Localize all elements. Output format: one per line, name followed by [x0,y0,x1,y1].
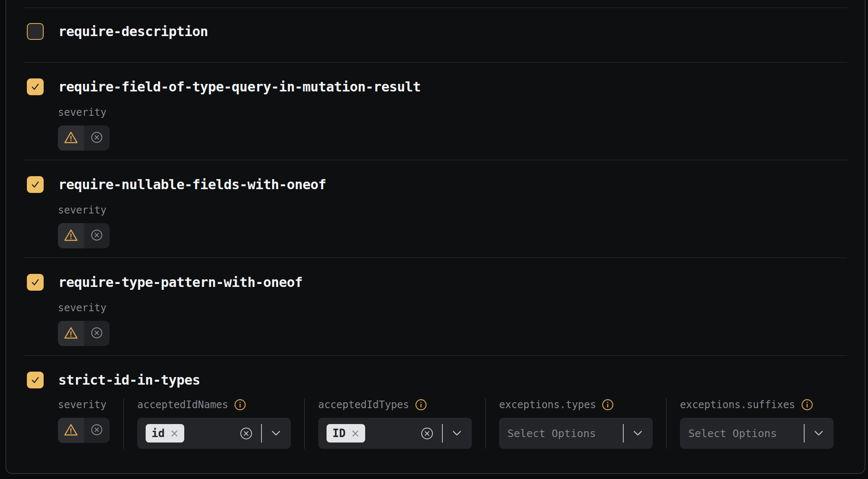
clear-all-circle-x-icon[interactable] [240,427,253,440]
warning-triangle-icon [64,423,78,438]
select-separator [804,424,805,443]
rule-title: require-field-of-type-query-in-mutation-… [58,79,421,95]
rule-title: require-type-pattern-with-oneof [58,274,303,290]
rule-checkbox[interactable] [27,23,44,40]
rule-checkbox[interactable] [27,78,44,95]
rules-panel: require-description require-field-of-typ… [5,0,865,474]
chevron-down-icon[interactable] [271,430,281,436]
severity-warn-button[interactable] [58,321,84,346]
info-icon[interactable] [602,399,614,411]
check-icon [30,375,41,385]
rules-settings-page: require-description require-field-of-typ… [0,0,868,479]
option-column-acceptedIdTypes: acceptedIdTypes ID [305,398,485,449]
rule-title: require-description [58,23,208,39]
warning-triangle-icon [64,229,78,243]
circle-x-icon [91,229,103,243]
severity-column: severity [58,398,123,449]
severity-off-button[interactable] [84,418,110,443]
warning-triangle-icon [64,131,78,146]
selected-tag: id [146,424,184,443]
severity-warn-button[interactable] [58,418,84,443]
select-separator [442,424,443,443]
rule-row-strict-id-in-types: strict-id-in-types severity [24,355,847,474]
tag-label: id [152,427,165,440]
severity-label: severity [58,302,847,314]
rule-title: strict-id-in-types [58,372,200,388]
info-icon[interactable] [801,399,813,411]
circle-x-icon [91,327,103,341]
multiselect-exceptions-types[interactable]: Select Options [499,418,653,449]
rule-row-require-field-of-type-query-in-mutation-result: require-field-of-type-query-in-mutation-… [24,62,847,160]
rule-checkbox[interactable] [27,372,44,388]
option-column-exceptions-types: exceptions.types Select Options [486,398,666,449]
info-icon[interactable] [234,399,246,411]
option-label: exceptions.suffixes [680,398,795,411]
option-label: acceptedIdNames [137,398,228,411]
severity-warn-button[interactable] [58,223,84,248]
option-label: exceptions.types [499,398,596,411]
rule-row-require-description: require-description [24,8,847,62]
severity-label: severity [58,204,847,216]
severity-toggle-group [58,125,110,151]
select-placeholder: Select Options [688,427,777,440]
select-separator [261,424,262,443]
tag-remove-x-icon[interactable] [170,430,178,437]
rule-checkbox[interactable] [27,274,44,291]
severity-off-button[interactable] [84,125,110,151]
circle-x-icon [91,424,103,437]
severity-off-button[interactable] [84,321,110,346]
clear-all-circle-x-icon[interactable] [421,427,434,440]
tag-label: ID [332,427,345,440]
check-icon [30,81,41,92]
select-placeholder: Select Options [507,427,596,440]
selected-tag: ID [327,424,365,443]
select-separator [623,424,624,443]
option-label: acceptedIdTypes [318,398,409,411]
chevron-down-icon[interactable] [814,430,824,436]
multiselect-acceptedIdTypes[interactable]: ID [318,418,472,449]
check-icon [30,179,41,190]
severity-warn-button[interactable] [58,125,84,151]
severity-off-button[interactable] [84,223,110,248]
option-column-acceptedIdNames: acceptedIdNames id [124,398,304,449]
multiselect-acceptedIdNames[interactable]: id [137,418,291,449]
circle-x-icon [91,131,103,145]
multiselect-exceptions-suffixes[interactable]: Select Options [680,418,834,449]
severity-toggle-group [58,418,110,443]
warning-triangle-icon [64,326,78,341]
severity-label: severity [58,106,847,119]
panel-spacer [6,0,865,8]
severity-label: severity [58,398,123,411]
rule-row-require-nullable-fields-with-oneof: require-nullable-fields-with-oneof sever… [24,160,847,258]
rule-checkbox[interactable] [27,176,44,193]
tag-remove-x-icon[interactable] [351,430,359,437]
check-icon [30,277,41,288]
chevron-down-icon[interactable] [452,430,462,436]
rule-title: require-nullable-fields-with-oneof [58,177,326,193]
severity-toggle-group [58,223,110,248]
severity-toggle-group [58,321,110,346]
rule-row-require-type-pattern-with-oneof: require-type-pattern-with-oneof severity [24,258,847,355]
option-column-exceptions-suffixes: exceptions.suffixes Select Options [667,398,847,449]
info-icon[interactable] [415,399,427,411]
rule-config-row: severity [58,398,847,449]
chevron-down-icon[interactable] [633,430,643,436]
